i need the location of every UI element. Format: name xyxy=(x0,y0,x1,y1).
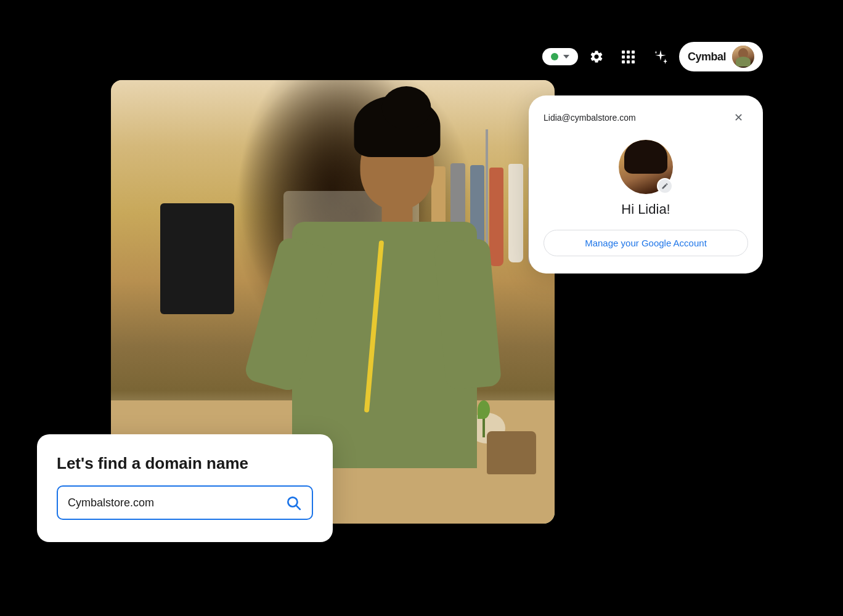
manage-account-button[interactable]: Manage your Google Account xyxy=(544,230,748,256)
monitor xyxy=(160,203,234,314)
account-email: Lidia@cymbalstore.com xyxy=(544,113,636,123)
domain-search-row xyxy=(57,485,313,520)
avatar-container xyxy=(619,140,673,194)
domain-search-input[interactable] xyxy=(68,490,275,516)
popup-greeting: Hi Lidia! xyxy=(621,201,670,217)
domain-card-title: Let's find a domain name xyxy=(57,454,313,473)
apps-button[interactable] xyxy=(615,43,642,70)
status-dot xyxy=(551,53,558,60)
account-popup: Lidia@cymbalstore.com ✕ Hi Lidia! Manage… xyxy=(529,95,763,274)
edit-avatar-button[interactable] xyxy=(657,178,673,194)
close-button[interactable]: ✕ xyxy=(728,108,748,128)
settings-button[interactable] xyxy=(583,43,610,70)
status-pill[interactable] xyxy=(542,48,578,65)
domain-search-button[interactable] xyxy=(280,489,307,516)
pencil-icon xyxy=(661,182,669,190)
scene: Cymbal Lidia@cymbalstore.com ✕ Hi Lidia!… xyxy=(0,0,843,616)
gemini-button[interactable] xyxy=(647,43,674,70)
popup-header: Lidia@cymbalstore.com ✕ xyxy=(544,108,748,128)
toolbar: Cymbal xyxy=(542,42,763,71)
chevron-down-icon xyxy=(563,55,569,59)
gear-icon xyxy=(589,49,604,64)
avatar-section: Hi Lidia! xyxy=(544,140,748,217)
domain-search-card: Let's find a domain name xyxy=(37,434,333,542)
toolbar-avatar xyxy=(732,46,754,68)
sparkle-icon xyxy=(653,49,669,65)
apps-grid-icon xyxy=(622,51,635,63)
cymbal-brand-text: Cymbal xyxy=(688,51,726,63)
svg-line-1 xyxy=(296,506,300,509)
cymbal-account-button[interactable]: Cymbal xyxy=(679,42,763,71)
search-icon xyxy=(285,495,301,511)
